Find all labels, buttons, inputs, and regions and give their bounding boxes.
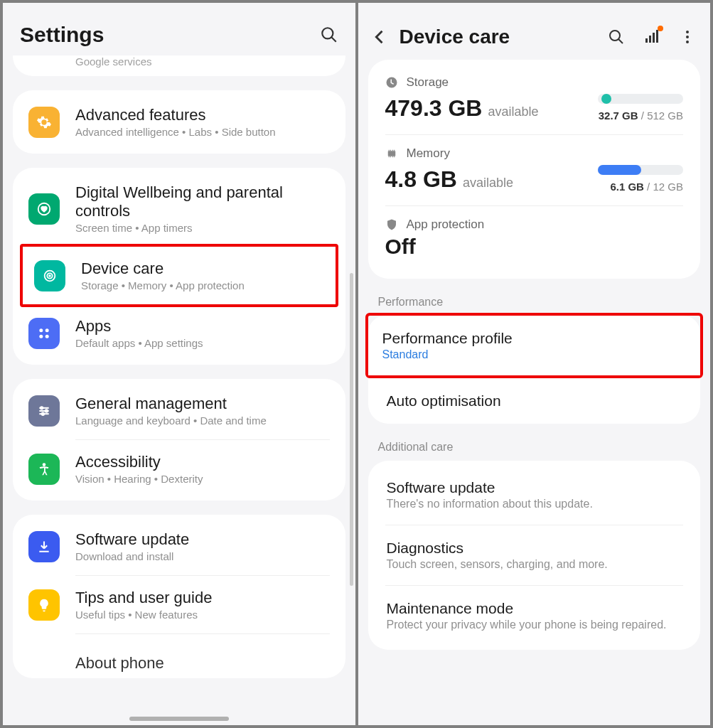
row-performance-profile[interactable]: Performance profile Standard [368, 316, 701, 375]
gear-icon [28, 107, 60, 138]
item-title: Device care [81, 259, 324, 278]
item-subtitle: Advanced intelligence • Labs • Side butt… [75, 126, 330, 138]
settings-item-about-phone[interactable]: About phone [13, 634, 345, 675]
settings-screen: Settings Google services Advanced featur… [3, 3, 355, 725]
more-icon[interactable] [679, 28, 696, 46]
settings-item-tips[interactable]: Tips and user guide Useful tips • New fe… [13, 576, 345, 633]
highlighted-item: Device care Storage • Memory • App prote… [20, 244, 338, 307]
memory-usage: 6.1 GB / 12 GB [610, 181, 683, 193]
row-subtitle: There's no information about this update… [387, 498, 682, 510]
svg-point-24 [686, 36, 689, 38]
row-diagnostics[interactable]: Diagnostics Touch screen, sensors, charg… [368, 525, 701, 585]
stats-card: Storage 479.3 GB available 32.7 GB / 512… [368, 60, 701, 279]
search-icon[interactable] [320, 26, 338, 44]
svg-point-9 [45, 334, 49, 338]
scrollbar[interactable] [350, 273, 353, 586]
row-title: Performance profile [382, 330, 687, 347]
stat-label: Memory [407, 146, 450, 161]
app-protection-value: Off [385, 235, 684, 259]
item-subtitle: Storage • Memory • App protection [81, 279, 324, 291]
svg-point-0 [322, 28, 333, 38]
meter-fill [601, 94, 611, 104]
item-title: Accessibility [75, 453, 330, 471]
highlighted-item: Performance profile Standard [365, 313, 704, 378]
item-title: Tips and user guide [75, 589, 330, 607]
svg-line-1 [331, 37, 336, 42]
item-subtitle: Useful tips • New features [75, 609, 330, 621]
svg-point-25 [686, 41, 689, 43]
settings-item-apps[interactable]: Apps Default apps • App settings [13, 304, 345, 362]
settings-group-general: General management Language and keyboard… [13, 379, 345, 500]
back-icon[interactable] [370, 27, 394, 47]
svg-point-7 [45, 328, 49, 332]
row-auto-optimisation[interactable]: Auto optimisation [368, 378, 701, 424]
section-performance: Performance [358, 289, 711, 316]
settings-item-accessibility[interactable]: Accessibility Vision • Hearing • Dexteri… [13, 440, 345, 498]
additional-care-card: Software update There's no information a… [368, 461, 701, 650]
svg-rect-20 [649, 36, 651, 43]
svg-rect-22 [656, 30, 658, 43]
page-title: Settings [20, 23, 104, 47]
storage-suffix: available [488, 105, 538, 119]
notification-dot [658, 26, 663, 31]
row-maintenance-mode[interactable]: Maintenance mode Protect your privacy wh… [368, 586, 701, 646]
item-title: About phone [75, 654, 330, 673]
apps-icon [28, 318, 60, 349]
download-icon [28, 531, 60, 562]
sliders-icon [28, 395, 60, 427]
svg-line-18 [618, 39, 623, 43]
settings-group-software: Software update Download and install Tip… [13, 515, 345, 678]
settings-group-device: Digital Wellbeing and parental controls … [13, 168, 345, 365]
item-subtitle: Language and keyboard • Date and time [75, 414, 330, 427]
section-additional: Additional care [358, 434, 711, 461]
svg-point-23 [686, 31, 689, 33]
row-title: Maintenance mode [387, 600, 682, 617]
row-title: Auto optimisation [387, 392, 682, 410]
svg-point-13 [41, 407, 43, 409]
settings-item-device-care[interactable]: Device care Storage • Memory • App prote… [23, 247, 336, 304]
svg-point-8 [39, 334, 43, 338]
item-title: Advanced features [75, 106, 330, 124]
storage-block[interactable]: Storage 479.3 GB available 32.7 GB / 512… [368, 64, 701, 134]
svg-rect-26 [387, 151, 395, 156]
shield-icon [385, 218, 398, 231]
svg-point-14 [45, 410, 48, 412]
gesture-bar [129, 717, 229, 721]
settings-item-general-management[interactable]: General management Language and keyboard… [13, 382, 345, 439]
storage-value: 479.3 GB [385, 95, 483, 122]
device-care-header: Device care [358, 3, 711, 60]
svg-point-5 [49, 275, 50, 277]
memory-suffix: available [463, 176, 513, 191]
memory-block[interactable]: Memory 4.8 GB available 6.1 GB / 12 GB [368, 135, 701, 205]
meter-fill [598, 165, 641, 175]
row-software-update[interactable]: Software update There's no information a… [368, 465, 701, 525]
svg-rect-19 [645, 38, 648, 43]
item-title: General management [75, 395, 330, 413]
row-subtitle: Protect your privacy while your phone is… [387, 619, 682, 631]
settings-item-software-update[interactable]: Software update Download and install [13, 518, 345, 575]
device-care-icon [34, 260, 65, 291]
item-title: Apps [75, 317, 330, 336]
svg-point-15 [42, 412, 44, 414]
stat-label: App protection [407, 218, 485, 232]
row-subtitle: Touch screen, sensors, charging, and mor… [387, 558, 682, 571]
settings-item-wellbeing[interactable]: Digital Wellbeing and parental controls … [13, 171, 345, 247]
memory-value: 4.8 GB [385, 166, 457, 193]
svg-point-16 [43, 463, 46, 466]
accessibility-icon [28, 454, 60, 485]
settings-header: Settings [3, 3, 355, 55]
page-title: Device care [400, 26, 590, 48]
lightbulb-icon [28, 589, 60, 621]
search-icon[interactable] [608, 28, 625, 46]
svg-rect-21 [653, 33, 655, 43]
signal-icon[interactable] [643, 28, 660, 46]
svg-point-6 [39, 328, 43, 332]
item-subtitle: Default apps • App settings [75, 337, 330, 349]
item-title: Software update [75, 530, 330, 549]
item-subtitle: Vision • Hearing • Dexterity [75, 473, 330, 485]
device-care-screen: Device care Storage [358, 3, 711, 725]
app-protection-block[interactable]: App protection Off [368, 206, 701, 274]
settings-item-advanced-features[interactable]: Advanced features Advanced intelligence … [13, 93, 345, 151]
memory-meter [598, 165, 683, 175]
storage-meter [598, 94, 683, 104]
